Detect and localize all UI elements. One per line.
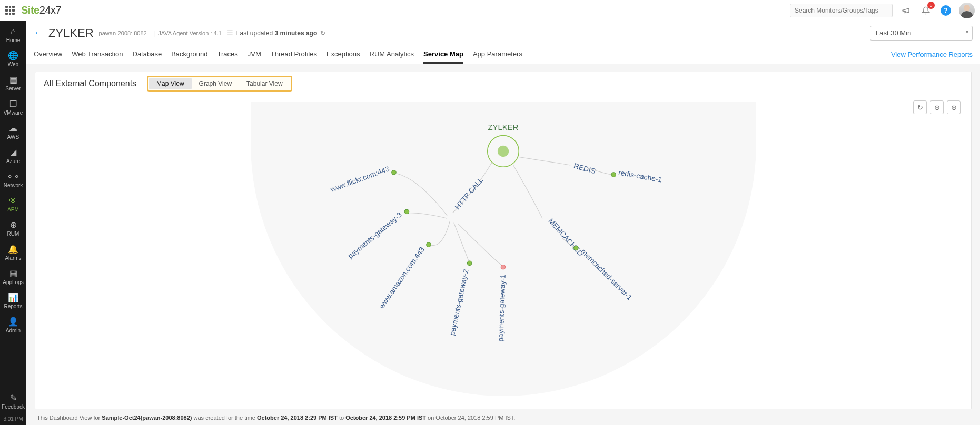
- apm-icon: 👁: [9, 197, 17, 205]
- network-icon: ⚬⚬: [6, 173, 20, 181]
- sidebar-item-web[interactable]: 🌐Web: [0, 47, 26, 72]
- sidebar-label: APM: [7, 207, 19, 212]
- notification-badge: 6: [927, 2, 935, 9]
- tab-exceptions[interactable]: Exceptions: [326, 46, 360, 64]
- svg-point-6: [404, 209, 409, 214]
- tab-overview[interactable]: Overview: [34, 46, 62, 64]
- tabs: Overview Web Transaction Database Backgr…: [26, 45, 980, 64]
- svg-point-15: [611, 173, 616, 177]
- svg-point-1: [498, 146, 509, 157]
- refresh-icon[interactable]: ↻: [320, 29, 325, 37]
- svg-text:ZYLKER: ZYLKER: [488, 123, 519, 131]
- header-agent: JAVA Agent Version : 4.1: [158, 30, 222, 36]
- search-input[interactable]: [790, 4, 893, 17]
- sidebar-label: Feedback: [2, 404, 25, 410]
- svg-text:REDIS: REDIS: [573, 161, 597, 175]
- sidebar-item-alarms[interactable]: 🔔Alarms: [0, 241, 26, 265]
- sidebar-item-admin[interactable]: 👤Admin: [0, 313, 26, 338]
- sidebar-item-vmware[interactable]: ❐VMware: [0, 96, 26, 120]
- svg-point-12: [501, 265, 506, 269]
- svg-text:MEMCACHED: MEMCACHED: [547, 217, 585, 258]
- sidebar-item-reports[interactable]: 📊Reports: [0, 289, 26, 313]
- topbar: Site24x7 6 ?: [0, 0, 980, 21]
- view-graph[interactable]: Graph View: [192, 78, 239, 89]
- sidebar-item-feedback[interactable]: ✎Feedback: [0, 390, 26, 414]
- sidebar-item-rum[interactable]: ⊕RUM: [0, 217, 26, 241]
- bell-icon[interactable]: 6: [919, 4, 933, 17]
- home-icon: ⌂: [11, 27, 16, 36]
- tab-service-map[interactable]: Service Map: [423, 46, 463, 64]
- aws-icon: ☁: [9, 124, 17, 133]
- view-tabular[interactable]: Tabular View: [239, 78, 290, 89]
- view-reports-link[interactable]: View Performance Reports: [891, 50, 973, 58]
- rum-icon: ⊕: [10, 221, 17, 229]
- card-title: All External Components: [44, 79, 136, 88]
- service-map-card: All External Components Map View Graph V…: [35, 72, 972, 409]
- sidebar-label: Alarms: [5, 255, 21, 261]
- sidebar-label: Azure: [6, 158, 20, 164]
- sidebar-item-network[interactable]: ⚬⚬Network: [0, 168, 26, 193]
- tab-traces[interactable]: Traces: [217, 46, 238, 64]
- logo[interactable]: Site24x7: [21, 4, 61, 16]
- sidebar-label: Home: [6, 37, 21, 43]
- sidebar-label: AWS: [7, 134, 19, 140]
- svg-text:payments-gateway-2: payments-gateway-2: [448, 268, 470, 336]
- sidebar-item-applogs[interactable]: ▦AppLogs: [0, 265, 26, 289]
- help-icon[interactable]: ?: [939, 4, 953, 17]
- svg-point-10: [467, 261, 472, 266]
- tab-thread-profiles[interactable]: Thread Profiles: [271, 46, 317, 64]
- feedback-icon: ✎: [10, 394, 17, 402]
- avatar[interactable]: [959, 3, 975, 18]
- sidebar-item-apm[interactable]: 👁APM: [0, 193, 26, 217]
- footer-note: This Dashboard View for Sample-Oct24(paw…: [35, 409, 972, 421]
- view-map[interactable]: Map View: [149, 78, 191, 89]
- svg-text:memcached-server-1: memcached-server-1: [579, 247, 634, 302]
- tab-database[interactable]: Database: [133, 46, 162, 64]
- tab-web-transaction[interactable]: Web Transaction: [72, 46, 123, 64]
- tab-background[interactable]: Background: [171, 46, 207, 64]
- megaphone-icon[interactable]: [899, 4, 913, 17]
- svg-point-4: [392, 170, 397, 175]
- sidebar-item-aws[interactable]: ☁AWS: [0, 120, 26, 144]
- sidebar-label: AppLogs: [3, 279, 23, 285]
- vmware-icon: ❐: [9, 100, 17, 108]
- svg-point-8: [427, 242, 431, 247]
- last-updated: Last updated 3 minutes ago: [236, 29, 317, 37]
- logs-icon: ▦: [9, 269, 17, 278]
- sidebar-label: Web: [8, 62, 18, 67]
- server-icon: ▤: [9, 76, 17, 84]
- logo-part2: 24x7: [39, 4, 61, 16]
- sidebar-label: VMware: [4, 110, 23, 116]
- sidebar-label: RUM: [7, 231, 19, 237]
- tab-rum-analytics[interactable]: RUM Analytics: [370, 46, 414, 64]
- page-header: ← ZYLKER pawan-2008: 8082 | JAVA Agent V…: [26, 21, 980, 45]
- time-range-select[interactable]: Last 30 Min: [870, 26, 973, 41]
- sidebar-label: Admin: [6, 328, 21, 333]
- sidebar-item-server[interactable]: ▤Server: [0, 72, 26, 96]
- sidebar: ⌂Home 🌐Web ▤Server ❐VMware ☁AWS ◢Azure ⚬…: [0, 21, 26, 425]
- sidebar-label: Reports: [4, 303, 22, 309]
- sidebar-label: Network: [4, 183, 23, 188]
- logo-part1: Site: [21, 4, 39, 16]
- back-icon[interactable]: ←: [34, 27, 43, 38]
- context-menu-icon[interactable]: ☰: [227, 29, 233, 37]
- view-toggle: Map View Graph View Tabular View: [147, 76, 292, 92]
- header-host: pawan-2008: 8082: [99, 30, 147, 36]
- apps-grid-icon[interactable]: [5, 6, 15, 15]
- sidebar-item-home[interactable]: ⌂Home: [0, 23, 26, 47]
- alarm-icon: 🔔: [8, 245, 18, 254]
- sidebar-item-azure[interactable]: ◢Azure: [0, 144, 26, 168]
- svg-text:payments-gateway-3: payments-gateway-3: [346, 210, 403, 260]
- tab-app-parameters[interactable]: App Parameters: [473, 46, 522, 64]
- sidebar-clock: 3:01 PM: [3, 414, 23, 425]
- tab-jvm[interactable]: JVM: [248, 46, 261, 64]
- reports-icon: 📊: [8, 294, 18, 302]
- svg-text:redis-cache-1: redis-cache-1: [618, 168, 663, 184]
- svg-text:www.amazon.com:443: www.amazon.com:443: [377, 245, 426, 310]
- page-title: ZYLKER: [48, 26, 94, 40]
- svg-text:HTTP CALL: HTTP CALL: [453, 176, 484, 211]
- svg-text:payments-gateway-1: payments-gateway-1: [496, 274, 507, 342]
- azure-icon: ◢: [10, 148, 16, 157]
- service-map[interactable]: ↻ ⊖ ⊕ ZYLKER: [35, 95, 971, 409]
- admin-icon: 👤: [8, 318, 18, 326]
